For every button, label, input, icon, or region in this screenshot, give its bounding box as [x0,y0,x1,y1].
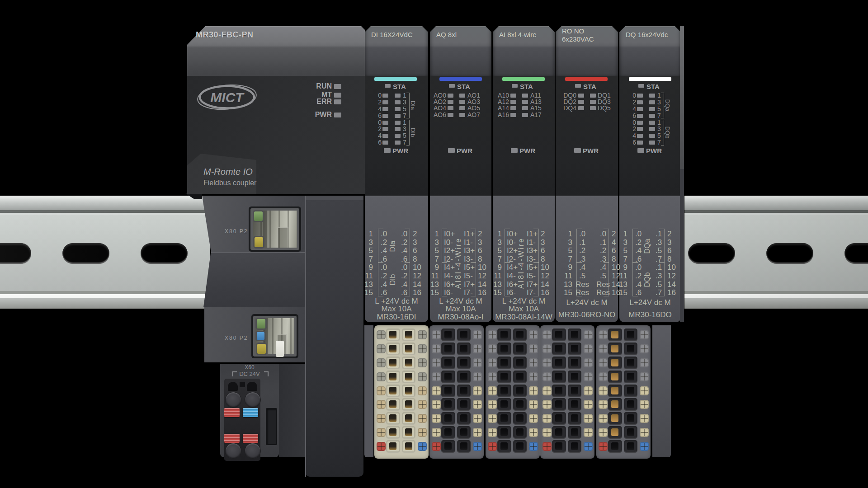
svg-text:MICT: MICT [210,90,245,105]
